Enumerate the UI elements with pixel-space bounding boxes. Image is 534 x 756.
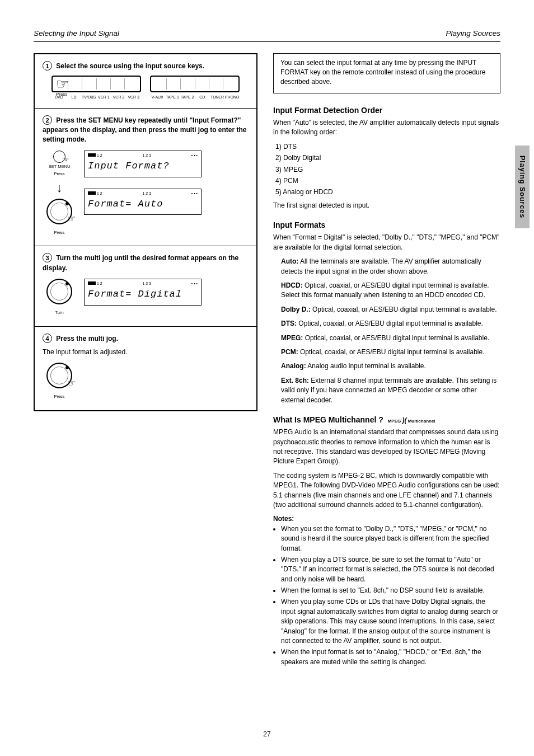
def-ext8ch: Ext. 8ch: External 8 channel input termi…: [281, 376, 500, 405]
step-4-title: Press the multi jog.: [56, 335, 118, 342]
hand-icon: ☞: [56, 76, 69, 92]
key-vaux: V-AUX: [150, 95, 165, 100]
def-mpeg-desc: Optical, coaxial, or AES/EBU digital inp…: [305, 334, 490, 342]
def-mpeg-name: MPEG:: [281, 334, 303, 342]
step-1: 1 Select the source using the input sour…: [35, 54, 256, 109]
notes-list: When you set the format to "Dolby D.," "…: [281, 524, 500, 667]
lcd1-text: Input Format?: [88, 159, 198, 173]
press-label-4: Press: [54, 394, 64, 400]
note-4: When you play some CDs or LDs that have …: [281, 597, 500, 646]
def-ext8ch-name: Ext. 8ch:: [281, 377, 309, 384]
turn-label: Turn: [55, 310, 63, 316]
order-item-1: 1) DTS: [275, 142, 500, 152]
key-vcr1: VCR 1: [96, 95, 111, 100]
steps-box: 1 Select the source using the input sour…: [34, 53, 257, 411]
tip-text: You can select the input format at any t…: [280, 58, 493, 87]
def-dolby-desc: Optical, coaxial, or AES/EBU digital inp…: [312, 306, 497, 313]
lcd2-text: Format= Auto: [88, 198, 198, 212]
def-pcm-desc: Optical, coaxial, or AES/EBU digital inp…: [300, 348, 485, 356]
lcd-screen-2: 1 2 1 2 3 • • • Format= Auto: [84, 189, 202, 215]
def-pcm-name: PCM:: [281, 348, 298, 356]
def-analog-desc: Analog audio input terminal is available…: [307, 362, 425, 370]
def-dolby: Dolby D.: Optical, coaxial, or AES/EBU d…: [281, 305, 500, 314]
def-auto: Auto: All the terminals are available. T…: [281, 257, 500, 276]
step-3-num: 3: [43, 253, 52, 262]
main-columns: 1 Select the source using the input sour…: [34, 53, 500, 671]
set-menu-key-icon[interactable]: ☞ SET MENU Press: [49, 151, 71, 177]
lcd1-dots: • • •: [191, 153, 198, 158]
step-4-body: The input format is adjusted.: [43, 348, 249, 357]
lcd3-topmid2: 1 2 3: [142, 281, 151, 287]
multi-jog-press-icon[interactable]: [46, 363, 72, 388]
def-analog-name: Analog:: [281, 362, 306, 370]
header-right: Playing Sources: [446, 28, 500, 39]
step-2-title: Press the SET MENU key repeatedly until …: [43, 116, 247, 144]
note-2: When you play a DTS source, be sure to s…: [281, 555, 500, 584]
formats-heading: Input Formats: [273, 219, 500, 231]
formats-para: When "Format = Digital" is selected, "Do…: [273, 233, 500, 252]
def-analog: Analog: Analog audio input terminal is a…: [281, 361, 500, 371]
def-hdcd: HDCD: Optical, coaxial, or AES/EBU digit…: [281, 281, 500, 300]
def-dts-name: DTS:: [281, 320, 297, 327]
tip-box: You can select the input format at any t…: [273, 53, 500, 93]
right-column: You can select the input format at any t…: [273, 53, 500, 671]
def-auto-desc: All the terminals are available. The AV …: [281, 257, 481, 275]
press-label-2: Press: [49, 171, 71, 177]
step-3: 3 Turn the multi jog until the desired f…: [35, 246, 256, 327]
key-vcr2: VCR 2: [111, 95, 127, 100]
lcd2-topmid: 1 2: [97, 191, 102, 195]
key-ld: LD: [67, 95, 82, 100]
def-dts-desc: Optical, coaxial, or AES/EBU digital inp…: [298, 320, 483, 327]
lcd-screen-1: 1 2 1 2 3 • • • Input Format?: [84, 151, 202, 177]
sidebar-tab: Playing Sources: [515, 145, 530, 228]
step-1-num: 1: [43, 61, 52, 71]
order-list: 1) DTS 2) Dolby Digital 3) MPEG 4) PCM 5…: [275, 142, 500, 198]
lcd3-topmid: 1 2: [97, 281, 102, 285]
mpeg-multichannel-logo-icon: MPEG )( Multichannel: [388, 416, 435, 425]
order-para: When "Auto" is selected, the AV amplifie…: [273, 118, 500, 138]
def-mpeg: MPEG: Optical, coaxial, or AES/EBU digit…: [281, 334, 500, 343]
key-phono: PHONO: [224, 95, 240, 100]
order-item-5: 5) Analog or HDCD: [275, 187, 500, 197]
step-3-title: Turn the multi jog until the desired for…: [43, 254, 238, 271]
def-pcm: PCM: Optical, coaxial, or AES/EBU digita…: [281, 348, 500, 357]
step-2-num: 2: [43, 115, 52, 125]
lcd2-dots: • • •: [191, 191, 198, 196]
press-label-2b: Press: [54, 230, 64, 236]
step-1-title: Select the source using the input source…: [56, 62, 204, 70]
def-dolby-name: Dolby D.:: [281, 306, 311, 313]
step-4-num: 4: [43, 334, 52, 343]
step-2: 2 Press the SET MENU key repeatedly unti…: [35, 109, 256, 247]
mpeg-p1: MPEG Audio is an international standard …: [273, 428, 500, 467]
order-note: The first signal detected is input.: [273, 201, 500, 210]
step-4: 4 Press the multi jog. The input format …: [35, 327, 256, 410]
order-item-2: 2) Dolby Digital: [275, 153, 500, 163]
lcd1-topmid2: 1 2 3: [142, 153, 151, 158]
key-tvdbs: TV/DBS: [81, 95, 96, 100]
multi-jog-knob-icon[interactable]: [46, 199, 72, 224]
left-column: 1 Select the source using the input sour…: [34, 53, 257, 411]
key-tuner: TUNER: [210, 95, 225, 100]
def-hdcd-desc: Optical, coaxial, or AES/EBU digital inp…: [281, 281, 489, 299]
multi-jog-turn-icon[interactable]: [46, 279, 72, 304]
keypad-right[interactable]: [150, 76, 240, 92]
notes-heading: Notes:: [273, 514, 500, 524]
note-1: When you set the format to "Dolby D.," "…: [281, 524, 500, 553]
order-item-3: 3) MPEG: [275, 165, 500, 175]
note-5: When the input format is set to "Analog,…: [281, 647, 500, 667]
page-number: 27: [0, 730, 534, 739]
lcd-screen-3: 1 2 1 2 3 • • • Format= Digital: [84, 279, 202, 306]
lcd3-dots: • • •: [191, 281, 198, 287]
page-header: Selecting the Input Signal Playing Sourc…: [34, 28, 500, 42]
order-heading: Input Format Detection Order: [273, 105, 500, 116]
def-hdcd-name: HDCD:: [281, 281, 303, 289]
header-left: Selecting the Input Signal: [34, 28, 119, 39]
down-arrow-icon: ↓: [57, 182, 63, 194]
key-tape1: TAPE 1: [165, 95, 180, 100]
key-cd: CD: [195, 95, 210, 100]
mpeg-heading: What Is MPEG Multichannel ? MPEG )( Mult…: [273, 414, 500, 425]
lcd1-topmid: 1 2: [97, 153, 102, 157]
order-item-4: 4) PCM: [275, 176, 500, 186]
def-dts: DTS: Optical, coaxial, or AES/EBU digita…: [281, 319, 500, 328]
def-auto-name: Auto:: [281, 257, 298, 265]
